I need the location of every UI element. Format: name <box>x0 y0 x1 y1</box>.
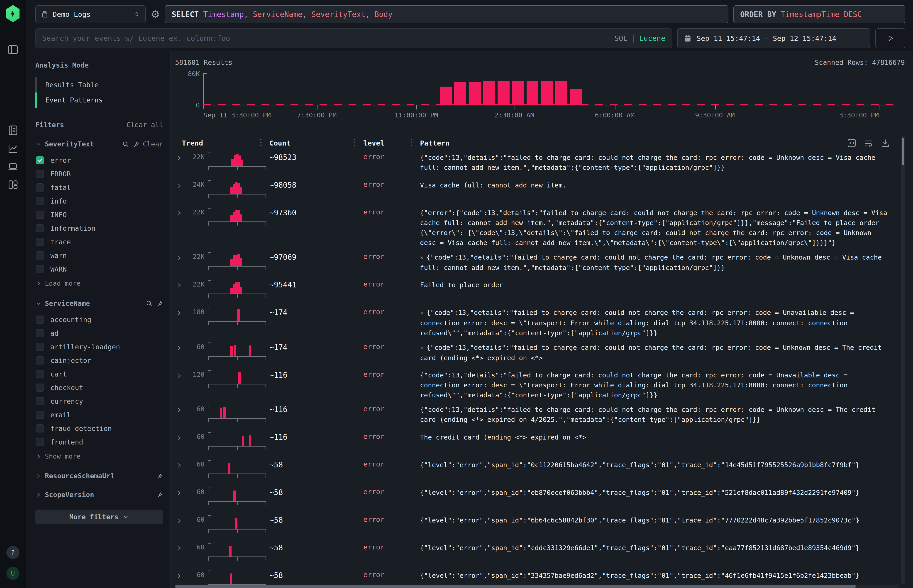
histogram-bar[interactable] <box>440 87 452 105</box>
column-divider[interactable] <box>411 139 412 147</box>
service-option-currency[interactable]: currency <box>36 394 163 408</box>
checkbox[interactable] <box>36 397 44 405</box>
exclude-x-mark[interactable]: × <box>420 345 423 351</box>
checkbox[interactable] <box>36 370 44 378</box>
pin-icon[interactable] <box>156 472 163 480</box>
severity-option-WARN[interactable]: WARN <box>36 262 163 276</box>
settings-gear-icon[interactable]: ⚙ <box>151 9 160 19</box>
histogram-bar[interactable] <box>526 81 539 105</box>
checkbox[interactable] <box>36 356 44 365</box>
service-search-icon[interactable] <box>146 300 153 307</box>
row-expand-chevron[interactable] <box>175 342 189 366</box>
column-level[interactable]: level <box>363 139 384 147</box>
row-expand-chevron[interactable] <box>175 488 189 511</box>
row-expand-chevron[interactable] <box>175 543 189 566</box>
table-row[interactable]: 60~58error{"level":"error","span_id":"eb… <box>175 485 905 513</box>
pattern-cell[interactable]: Failed to place order <box>420 280 890 303</box>
severity-option-INFO[interactable]: INFO <box>36 208 163 221</box>
analysis-mode-results-table[interactable]: Results Table <box>36 77 163 92</box>
row-expand-chevron[interactable] <box>175 280 189 303</box>
column-divider[interactable] <box>354 139 355 147</box>
histogram-bar[interactable] <box>483 81 495 105</box>
table-row[interactable]: 120~116error{"code":13,"details":"failed… <box>175 368 905 402</box>
checkbox[interactable] <box>36 438 44 446</box>
service-option-accounting[interactable]: accounting <box>36 313 163 326</box>
sessions-laptop-icon[interactable] <box>6 160 19 173</box>
service-pin-icon[interactable] <box>156 300 163 307</box>
pattern-cell[interactable]: Visa cache full: cannot add new item. <box>420 180 890 204</box>
checkbox[interactable] <box>36 211 44 219</box>
column-count[interactable]: Count <box>269 139 290 147</box>
severity-load-more[interactable]: Load more <box>36 276 163 288</box>
severity-option-Information[interactable]: Information <box>36 221 163 235</box>
table-row[interactable]: 60~116error{"code":13,"details":"failed … <box>175 402 905 430</box>
checkbox[interactable] <box>36 411 44 419</box>
app-logo[interactable] <box>5 5 20 22</box>
service-group-header[interactable]: ServiceName <box>36 299 163 307</box>
checkbox[interactable] <box>36 224 44 233</box>
mode-sql-toggle[interactable]: SQL <box>614 34 628 43</box>
row-expand-chevron[interactable] <box>175 252 189 275</box>
row-expand-chevron[interactable] <box>175 515 189 538</box>
date-range-picker[interactable]: Sep 11 15:47:14 - Sep 12 15:47:14 <box>677 28 870 48</box>
severity-group-header[interactable]: SeverityText Clear <box>36 140 163 148</box>
row-expand-chevron[interactable] <box>175 405 189 428</box>
service-option-fraud-detection[interactable]: fraud-detection <box>36 422 163 435</box>
histogram-bar[interactable] <box>512 81 524 105</box>
checkbox[interactable] <box>36 170 44 178</box>
service-option-frontend[interactable]: frontend <box>36 435 163 449</box>
severity-option-warn[interactable]: warn <box>36 249 163 262</box>
search-input[interactable]: Search your events w/ Lucene ex. column:… <box>36 28 672 48</box>
pattern-cell[interactable]: ×{"code":13,"details":"failed to charge … <box>420 342 890 366</box>
pattern-cell[interactable]: ×{"code":13,"details":"failed to charge … <box>420 252 890 275</box>
more-filters-button[interactable]: More filters <box>36 510 163 524</box>
severity-option-ERROR[interactable]: ERROR <box>36 167 163 181</box>
service-show-more[interactable]: Show more <box>36 449 163 461</box>
scrollbar-thumb[interactable] <box>175 585 856 588</box>
pattern-cell[interactable]: {"level":"error","span_id":"cddc331329e6… <box>420 543 890 566</box>
checkbox[interactable] <box>36 329 44 337</box>
severity-option-trace[interactable]: trace <box>36 235 163 249</box>
severity-option-info[interactable]: info <box>36 194 163 208</box>
table-row[interactable]: 24K~98058errorVisa cache full: cannot ad… <box>175 178 905 205</box>
select-query-input[interactable]: SELECT Timestamp, ServiceName, SeverityT… <box>165 5 728 23</box>
row-expand-chevron[interactable] <box>175 432 189 456</box>
severity-pin-icon[interactable] <box>133 141 140 148</box>
sidebar-toggle-icon[interactable] <box>6 43 19 56</box>
mode-lucene-toggle[interactable]: Lucene <box>639 34 665 43</box>
severity-option-fatal[interactable]: fatal <box>36 181 163 194</box>
service-option-cart[interactable]: cart <box>36 367 163 381</box>
row-expand-chevron[interactable] <box>175 460 189 483</box>
chart-explorer-icon[interactable] <box>6 142 19 155</box>
pin-icon[interactable] <box>156 491 163 498</box>
user-avatar[interactable]: U <box>6 567 19 580</box>
service-option-ad[interactable]: ad <box>36 326 163 340</box>
severity-option-error[interactable]: error <box>36 153 163 167</box>
pattern-cell[interactable]: {"level":"error","span_id":"0c11220615ba… <box>420 460 890 483</box>
table-row[interactable]: 60~116errorThe credit card (ending <*> e… <box>175 430 905 458</box>
severity-search-icon[interactable] <box>122 141 129 148</box>
table-row[interactable]: 22K~97360error{"error":{"code":13,"detai… <box>175 205 905 250</box>
dashboards-icon[interactable] <box>6 178 19 191</box>
source-select[interactable]: Demo Logs <box>36 5 146 23</box>
run-query-button[interactable] <box>875 28 905 48</box>
histogram-bar[interactable] <box>555 81 567 105</box>
service-option-checkout[interactable]: checkout <box>36 381 163 394</box>
pattern-cell[interactable]: ×{"code":13,"details":"failed to charge … <box>420 308 890 338</box>
help-button[interactable]: ? <box>6 546 19 559</box>
histogram-bar[interactable] <box>541 81 553 105</box>
table-row[interactable]: 22K~97069error×{"code":13,"details":"fai… <box>175 250 905 278</box>
scrollbar-thumb[interactable] <box>902 137 904 165</box>
histogram-bar[interactable] <box>469 82 481 105</box>
pattern-cell[interactable]: {"code":13,"details":"failed to charge c… <box>420 153 890 176</box>
pattern-cell[interactable]: {"code":13,"details":"failed to charge c… <box>420 370 890 400</box>
checkbox[interactable] <box>36 197 44 205</box>
order-by-input[interactable]: ORDER BY TimestampTime DESC <box>733 5 905 23</box>
table-row[interactable]: 22K~98523error{"code":13,"details":"fail… <box>175 150 905 178</box>
checkbox[interactable] <box>36 251 44 260</box>
table-row[interactable]: 60~174error×{"code":13,"details":"failed… <box>175 340 905 368</box>
table-row[interactable]: 22K~95441errorFailed to place order <box>175 278 905 305</box>
checkbox[interactable] <box>36 265 44 273</box>
pattern-cell[interactable]: {"level":"error","span_id":"6b64c6c58842… <box>420 515 890 538</box>
wrap-text-icon[interactable] <box>864 138 874 148</box>
